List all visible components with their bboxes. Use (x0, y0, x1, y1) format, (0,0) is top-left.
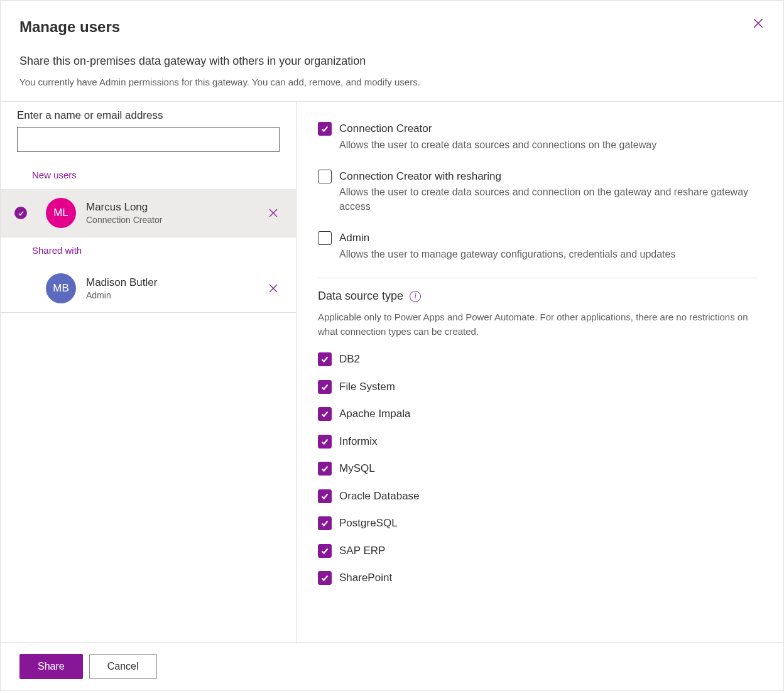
ds-option[interactable]: Oracle Database (318, 488, 758, 504)
role-desc: Allows the user to manage gateway config… (339, 248, 758, 261)
ds-checkbox[interactable] (318, 489, 332, 503)
user-row-new[interactable]: ML Marcus Long Connection Creator (1, 189, 296, 237)
search-label: Enter a name or email address (17, 109, 280, 122)
ds-option[interactable]: PostgreSQL (318, 515, 758, 531)
close-icon (753, 18, 764, 29)
avatar: ML (46, 198, 76, 228)
role-checkbox[interactable] (318, 170, 332, 183)
ds-option[interactable]: SharePoint (318, 570, 758, 586)
check-icon (18, 210, 24, 217)
dialog-footer: Share Cancel (1, 642, 783, 690)
check-icon (320, 383, 329, 391)
search-section: Enter a name or email address (1, 102, 296, 162)
dialog-body: Enter a name or email address New users … (1, 102, 783, 642)
ds-checkbox[interactable] (318, 435, 332, 449)
check-icon (320, 124, 329, 133)
check-icon (320, 492, 329, 501)
ds-label: SharePoint (339, 570, 758, 586)
role-desc: Allows the user to create data sources a… (339, 185, 758, 214)
role-desc: Allows the user to create data sources a… (339, 138, 758, 152)
ds-label: SAP ERP (339, 543, 758, 559)
role-text: Admin Allows the user to manage gateway … (339, 230, 758, 261)
dialog-title: Manage users (19, 18, 765, 36)
remove-user-button[interactable] (264, 204, 282, 222)
ds-label: PostgreSQL (339, 515, 758, 531)
role-option-connection-creator[interactable]: Connection Creator Allows the user to cr… (318, 121, 758, 152)
users-panel: Enter a name or email address New users … (1, 102, 297, 642)
data-source-header: Data source type i (318, 290, 758, 303)
ds-checkbox[interactable] (318, 462, 332, 476)
check-icon (320, 410, 329, 418)
ds-option[interactable]: Informix (318, 433, 758, 450)
user-info: Madison Butler Admin (86, 276, 264, 301)
ds-checkbox[interactable] (318, 544, 332, 558)
ds-option[interactable]: DB2 (318, 351, 758, 367)
new-users-label: New users (1, 162, 296, 189)
role-text: Connection Creator with resharing Allows… (339, 168, 758, 214)
role-title: Connection Creator with resharing (339, 168, 758, 185)
cancel-button[interactable]: Cancel (89, 654, 157, 679)
check-icon (320, 574, 329, 582)
selected-indicator (14, 207, 27, 219)
user-name: Marcus Long (86, 200, 264, 214)
ds-checkbox[interactable] (318, 407, 332, 421)
data-source-desc: Applicable only to Power Apps and Power … (318, 310, 758, 339)
close-icon (268, 283, 278, 293)
user-role: Admin (86, 290, 264, 301)
ds-label: File System (339, 379, 758, 395)
check-icon (320, 547, 329, 555)
role-title: Connection Creator (339, 121, 758, 137)
ds-label: Apache Impala (339, 406, 758, 422)
close-button[interactable] (749, 14, 767, 32)
role-checkbox[interactable] (318, 231, 332, 245)
data-source-title: Data source type (318, 290, 403, 303)
dialog-header: Manage users Share this on-premises data… (1, 1, 783, 102)
check-icon (320, 464, 329, 473)
user-role: Connection Creator (86, 214, 264, 226)
check-icon (320, 519, 329, 528)
manage-users-dialog: Manage users Share this on-premises data… (0, 0, 784, 691)
remove-user-button[interactable] (264, 280, 282, 297)
role-option-admin[interactable]: Admin Allows the user to manage gateway … (318, 230, 758, 261)
ds-label: DB2 (339, 351, 758, 367)
dialog-description: You currently have Admin permissions for… (19, 77, 765, 87)
user-name: Madison Butler (86, 276, 264, 290)
role-text: Connection Creator Allows the user to cr… (339, 121, 758, 152)
ds-label: Oracle Database (339, 488, 758, 504)
check-icon (320, 437, 329, 446)
dialog-subtitle: Share this on-premises data gateway with… (19, 55, 765, 68)
shared-with-label: Shared with (1, 237, 296, 264)
ds-option[interactable]: File System (318, 379, 758, 395)
ds-label: MySQL (339, 460, 758, 477)
search-input[interactable] (17, 127, 280, 152)
ds-option[interactable]: Apache Impala (318, 406, 758, 422)
share-button[interactable]: Share (19, 654, 83, 679)
info-icon[interactable]: i (410, 291, 421, 302)
role-title: Admin (339, 230, 758, 246)
user-row-shared[interactable]: MB Madison Butler Admin (1, 264, 296, 313)
close-icon (268, 208, 278, 218)
ds-option[interactable]: SAP ERP (318, 543, 758, 559)
check-icon (320, 355, 329, 364)
avatar: MB (46, 273, 76, 303)
ds-checkbox[interactable] (318, 380, 332, 394)
role-option-connection-creator-resharing[interactable]: Connection Creator with resharing Allows… (318, 168, 758, 214)
data-source-list: DB2 File System Apache Impala Informix M… (318, 351, 758, 586)
ds-checkbox[interactable] (318, 571, 332, 585)
divider (318, 278, 758, 278)
ds-checkbox[interactable] (318, 352, 332, 366)
permissions-panel[interactable]: Connection Creator Allows the user to cr… (297, 102, 783, 642)
role-checkbox[interactable] (318, 122, 332, 136)
ds-option[interactable]: MySQL (318, 460, 758, 477)
ds-label: Informix (339, 433, 758, 450)
user-info: Marcus Long Connection Creator (86, 200, 264, 226)
ds-checkbox[interactable] (318, 516, 332, 530)
